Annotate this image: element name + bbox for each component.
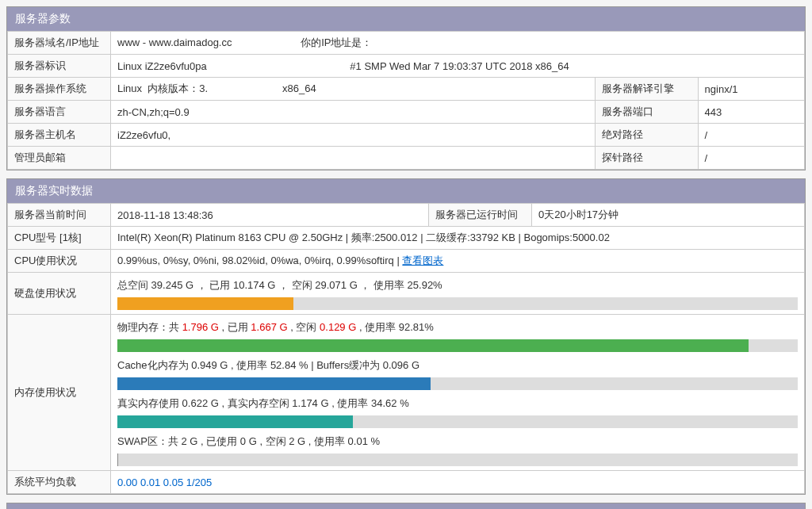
label-server-id: 服务器标识 bbox=[8, 55, 111, 78]
table-row: 内存使用状况 物理内存：共 1.796 G , 已用 1.667 G , 空闲 … bbox=[8, 315, 805, 471]
mem-swap-bar bbox=[117, 454, 798, 466]
label-current-time: 服务器当前时间 bbox=[8, 204, 111, 227]
label-disk-usage: 硬盘使用状况 bbox=[8, 273, 111, 315]
table-row: 服务器当前时间 2018-11-18 13:48:36 服务器已运行时间 0天2… bbox=[8, 204, 805, 227]
value-os: Linux 内核版本：3. x86_64 bbox=[111, 78, 596, 101]
mem-real-bar-fill bbox=[117, 415, 353, 428]
mem-cache-bar bbox=[117, 377, 798, 390]
table-row: 服务器标识 Linux iZ2ze6vfu0pa #1 SMP Wed Mar … bbox=[8, 55, 805, 78]
label-port: 服务器端口 bbox=[595, 101, 698, 124]
server-params-panel: 服务器参数 服务器域名/IP地址 www - www.daimadog.cc 你… bbox=[6, 6, 806, 170]
value-admin-email bbox=[111, 147, 596, 170]
mem-phys-bar-fill bbox=[117, 339, 749, 352]
mem-phys-text: 物理内存：共 1.796 G , 已用 1.667 G , 空闲 0.129 G… bbox=[117, 319, 798, 336]
mem-swap-text: SWAP区：共 2 G , 已使用 0 G , 空闲 2 G , 使用率 0.0… bbox=[117, 433, 798, 450]
server-params-title: 服务器参数 bbox=[7, 7, 805, 31]
server-params-table: 服务器域名/IP地址 www - www.daimadog.cc 你的IP地址是… bbox=[7, 31, 805, 170]
value-cpu-model: Intel(R) Xeon(R) Platinum 8163 CPU @ 2.5… bbox=[111, 227, 805, 250]
value-abspath: / bbox=[698, 124, 804, 147]
network-panel: 网络使用状况 eth0 : 已接收: 726 M 344 K 323 B 实时:… bbox=[6, 503, 806, 509]
label-hostname: 服务器主机名 bbox=[8, 124, 111, 147]
value-probe-path: / bbox=[698, 147, 804, 170]
table-row: 管理员邮箱 探针路径 / bbox=[8, 147, 805, 170]
disk-bar bbox=[117, 297, 798, 310]
view-chart-link[interactable]: 查看图表 bbox=[402, 254, 443, 266]
cpu-usage-text: 0.99%us, 0%sy, 0%ni, 98.02%id, 0%wa, 0%i… bbox=[117, 254, 402, 266]
table-row: 服务器语言 zh-CN,zh;q=0.9 服务器端口 443 bbox=[8, 101, 805, 124]
value-loadavg: 0.00 0.01 0.05 1/205 bbox=[111, 471, 805, 494]
table-row: 服务器主机名 iZ2ze6vfu0, 绝对路径 / bbox=[8, 124, 805, 147]
value-server-id: Linux iZ2ze6vfu0pa #1 SMP Wed Mar 7 19:0… bbox=[111, 55, 805, 78]
domain-text: www - www.daimadog.cc bbox=[117, 36, 232, 48]
ip-label: 你的IP地址是： bbox=[301, 36, 372, 48]
value-engine: nginx/1 bbox=[698, 78, 804, 101]
value-current-time: 2018-11-18 13:48:36 bbox=[111, 204, 429, 227]
mem-real-text: 真实内存使用 0.622 G , 真实内存空闲 1.174 G , 使用率 34… bbox=[117, 395, 798, 412]
label-engine: 服务器解译引擎 bbox=[595, 78, 698, 101]
realtime-table: 服务器当前时间 2018-11-18 13:48:36 服务器已运行时间 0天2… bbox=[7, 203, 805, 494]
label-mem-usage: 内存使用状况 bbox=[8, 315, 111, 471]
label-cpu-usage: CPU使用状况 bbox=[8, 250, 111, 273]
table-row: CPU型号 [1核] Intel(R) Xeon(R) Platinum 816… bbox=[8, 227, 805, 250]
label-domain-ip: 服务器域名/IP地址 bbox=[8, 32, 111, 55]
label-probe-path: 探针路径 bbox=[595, 147, 698, 170]
disk-text: 总空间 39.245 G ， 已用 10.174 G ， 空闲 29.071 G… bbox=[117, 277, 798, 294]
disk-bar-fill bbox=[117, 297, 293, 310]
value-hostname: iZ2ze6vfu0, bbox=[111, 124, 596, 147]
mem-phys-bar bbox=[117, 339, 798, 352]
value-port: 443 bbox=[698, 101, 804, 124]
label-lang: 服务器语言 bbox=[8, 101, 111, 124]
table-row: 服务器操作系统 Linux 内核版本：3. x86_64 服务器解译引擎 ngi… bbox=[8, 78, 805, 101]
value-uptime: 0天20小时17分钟 bbox=[531, 204, 804, 227]
value-domain-ip: www - www.daimadog.cc 你的IP地址是： bbox=[111, 32, 805, 55]
label-os: 服务器操作系统 bbox=[8, 78, 111, 101]
mem-cache-bar-fill bbox=[117, 377, 431, 390]
label-cpu-model: CPU型号 [1核] bbox=[8, 227, 111, 250]
realtime-title: 服务器实时数据 bbox=[7, 179, 805, 203]
table-row: CPU使用状况 0.99%us, 0%sy, 0%ni, 98.02%id, 0… bbox=[8, 250, 805, 273]
label-admin-email: 管理员邮箱 bbox=[8, 147, 111, 170]
value-cpu-usage: 0.99%us, 0%sy, 0%ni, 98.02%id, 0%wa, 0%i… bbox=[111, 250, 805, 273]
realtime-data-panel: 服务器实时数据 服务器当前时间 2018-11-18 13:48:36 服务器已… bbox=[6, 178, 806, 495]
table-row: 服务器域名/IP地址 www - www.daimadog.cc 你的IP地址是… bbox=[8, 32, 805, 55]
value-disk-usage: 总空间 39.245 G ， 已用 10.174 G ， 空闲 29.071 G… bbox=[111, 273, 805, 315]
mem-cache-text: Cache化内存为 0.949 G , 使用率 52.84 % | Buffer… bbox=[117, 357, 798, 374]
network-title: 网络使用状况 bbox=[7, 503, 805, 509]
value-mem-usage: 物理内存：共 1.796 G , 已用 1.667 G , 空闲 0.129 G… bbox=[111, 315, 805, 471]
label-uptime: 服务器已运行时间 bbox=[428, 204, 531, 227]
label-abspath: 绝对路径 bbox=[595, 124, 698, 147]
label-loadavg: 系统平均负载 bbox=[8, 471, 111, 494]
mem-real-bar bbox=[117, 415, 798, 428]
value-lang: zh-CN,zh;q=0.9 bbox=[111, 101, 596, 124]
table-row: 硬盘使用状况 总空间 39.245 G ， 已用 10.174 G ， 空闲 2… bbox=[8, 273, 805, 315]
table-row: 系统平均负载 0.00 0.01 0.05 1/205 bbox=[8, 471, 805, 494]
